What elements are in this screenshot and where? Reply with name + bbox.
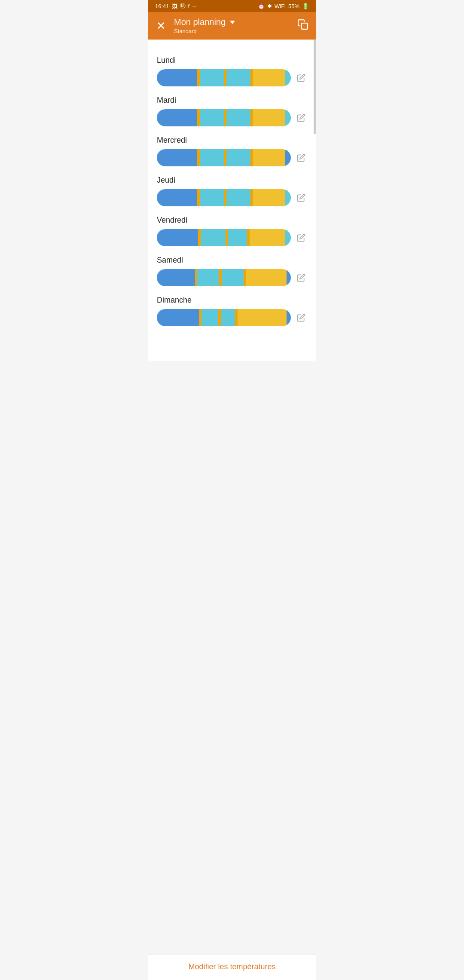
day-bar-row-samedi [157, 269, 307, 286]
bar-segment-4 [226, 69, 251, 86]
day-row-samedi: Samedi [157, 256, 307, 286]
bar-segment-2 [201, 309, 218, 326]
day-bar-row-mardi [157, 109, 307, 126]
bar-segment-0 [157, 149, 197, 166]
bar-segment-2 [200, 69, 224, 86]
day-bar-row-mercredi [157, 149, 307, 166]
status-bar: 16:41 🖼 Ⓜ f ··· ⏰ ✱ WiFi 55% 🔋 [148, 0, 316, 12]
bar-segment-0 [157, 109, 197, 126]
edit-button-mardi[interactable] [295, 112, 307, 124]
bar-segment-7 [287, 309, 291, 326]
day-label-mardi: Mardi [157, 96, 307, 105]
edit-button-samedi[interactable] [295, 272, 307, 284]
day-label-dimanche: Dimanche [157, 296, 307, 305]
day-bar-row-dimanche [157, 309, 307, 326]
edit-button-vendredi[interactable] [295, 232, 307, 244]
day-row-jeudi: Jeudi [157, 176, 307, 206]
bar-segment-6 [238, 309, 287, 326]
schedule-bar-samedi [157, 269, 291, 286]
schedule-bar-lundi [157, 69, 291, 86]
day-bar-row-lundi [157, 69, 307, 86]
day-bar-row-vendredi [157, 229, 307, 246]
bar-segment-2 [200, 149, 224, 166]
bar-segment-4 [226, 189, 251, 206]
status-icons: ⏰ ✱ WiFi 55% 🔋 [258, 3, 309, 9]
edit-button-lundi[interactable] [295, 72, 307, 84]
day-bar-row-jeudi [157, 189, 307, 206]
bar-segment-7 [285, 109, 291, 126]
bar-segment-2 [201, 229, 226, 246]
bar-segment-0 [157, 229, 198, 246]
bar-segment-7 [285, 229, 291, 246]
day-row-vendredi: Vendredi [157, 216, 307, 246]
bar-segment-7 [285, 189, 291, 206]
svg-rect-0 [302, 23, 308, 29]
toolbar-title-text: Mon planning [174, 17, 226, 27]
day-row-mercredi: Mercredi [157, 136, 307, 166]
bar-segment-0 [157, 309, 199, 326]
bar-segment-7 [285, 149, 291, 166]
bar-segment-7 [285, 69, 291, 86]
toolbar-center: Mon planning Standard [167, 17, 297, 34]
bar-segment-2 [197, 269, 219, 286]
day-label-vendredi: Vendredi [157, 216, 307, 225]
bar-segment-6 [253, 109, 285, 126]
edit-button-jeudi[interactable] [295, 192, 307, 204]
bar-segment-0 [157, 269, 195, 286]
bar-segment-0 [157, 189, 197, 206]
day-label-samedi: Samedi [157, 256, 307, 265]
bar-segment-4 [221, 309, 235, 326]
bar-segment-6 [250, 229, 285, 246]
toolbar: ✕ Mon planning Standard [148, 12, 316, 40]
bar-segment-4 [222, 269, 244, 286]
day-label-lundi: Lundi [157, 56, 307, 65]
bar-segment-7 [287, 269, 291, 286]
day-row-lundi: Lundi [157, 56, 307, 86]
day-label-jeudi: Jeudi [157, 176, 307, 185]
schedule-bar-mercredi [157, 149, 291, 166]
status-time: 16:41 🖼 Ⓜ f ··· [155, 2, 197, 10]
edit-button-mercredi[interactable] [295, 152, 307, 164]
toolbar-subtitle: Standard [174, 28, 197, 34]
bar-segment-4 [228, 229, 247, 246]
edit-button-dimanche[interactable] [295, 312, 307, 324]
schedule-bar-dimanche [157, 309, 291, 326]
bar-segment-4 [226, 149, 251, 166]
close-icon: ✕ [156, 19, 166, 33]
schedule-bar-jeudi [157, 189, 291, 206]
bar-segment-2 [200, 189, 224, 206]
bar-segment-2 [200, 109, 224, 126]
bar-segment-4 [226, 109, 251, 126]
bar-segment-6 [246, 269, 287, 286]
dropdown-arrow-icon [230, 21, 235, 24]
scrollbar[interactable] [314, 40, 316, 134]
day-row-mardi: Mardi [157, 96, 307, 126]
bar-segment-0 [157, 69, 197, 86]
bar-segment-6 [253, 69, 285, 86]
copy-button[interactable] [297, 20, 309, 32]
day-row-dimanche: Dimanche [157, 296, 307, 326]
schedule-bar-vendredi [157, 229, 291, 246]
day-label-mercredi: Mercredi [157, 136, 307, 145]
schedule-bar-mardi [157, 109, 291, 126]
bar-segment-6 [253, 189, 285, 206]
close-button[interactable]: ✕ [155, 20, 167, 32]
bar-segment-6 [253, 149, 285, 166]
copy-icon [297, 19, 308, 33]
content-area: LundiMardiMercrediJeudiVendrediSamediDim… [148, 40, 316, 361]
toolbar-title-row[interactable]: Mon planning [174, 17, 235, 27]
